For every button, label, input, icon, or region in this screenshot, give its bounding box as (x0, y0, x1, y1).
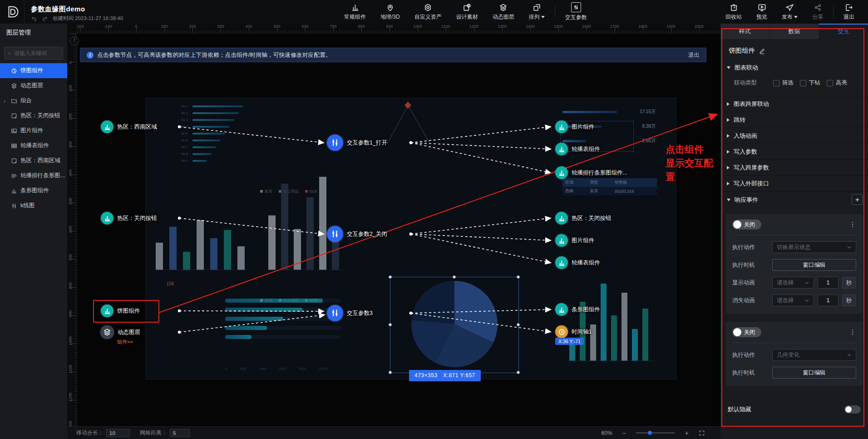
sidebar-item-轮播表组件[interactable]: 轮播表组件 (0, 138, 67, 153)
selection-box[interactable] (390, 277, 519, 373)
toolbar-item-map-pin[interactable]: 地理/3D (373, 0, 407, 24)
button-窗口编辑[interactable]: 窗口编辑 (772, 367, 856, 379)
selection-handle[interactable] (453, 275, 456, 279)
toolbar-item-design-asset[interactable]: 设计素材 (449, 0, 485, 24)
graph-node-p2[interactable]: 交互参数2_关闭 (327, 226, 387, 242)
button-窗口编辑[interactable]: 窗口编辑 (772, 259, 856, 271)
graph-node-dyn[interactable]: 动态图层 (100, 325, 140, 339)
bg-bar (197, 220, 204, 270)
toolbar-item-exit[interactable]: 退出 (836, 0, 862, 24)
toolbar-item-hexagon[interactable]: 自定义资产 (407, 0, 449, 24)
layer-search[interactable] (4, 47, 63, 60)
selection-handle[interactable] (517, 371, 520, 374)
card-menu-icon[interactable] (849, 329, 856, 336)
graph-node-hz-sw[interactable]: 热区：西南区域 (101, 120, 157, 133)
section-图表跨屏联动[interactable]: 图表跨屏联动 (720, 96, 868, 112)
graph-node-r3[interactable]: 轮播排行条形图组件... (555, 166, 627, 179)
graph-node-r1[interactable]: 图片组件 (555, 120, 594, 133)
graph-node-p1[interactable]: 交互参数1_打开 (327, 135, 387, 151)
bg-table-cell: 家具 (587, 187, 612, 195)
sidebar-item-图片组件[interactable]: 图片组件 (0, 123, 67, 138)
toolbar-item-bar-chart[interactable]: 常规组件 (337, 0, 373, 24)
checkbox-icon[interactable] (773, 80, 779, 86)
sidebar-item-k线图[interactable]: k线图 (0, 198, 67, 213)
graph-node-r5[interactable]: 图片组件 (555, 234, 594, 247)
editor-canvas[interactable]: -200-10001002003004005006007008009001000… (67, 24, 720, 439)
graph-node-r8[interactable]: 时间轴1 (555, 325, 592, 338)
chevron-icon (804, 280, 809, 285)
search-input[interactable] (14, 50, 59, 56)
toolbar-item-sliders[interactable]: 交互参数 (558, 0, 594, 24)
field-control: 请选择秒 (772, 294, 856, 306)
duration-input[interactable] (818, 277, 838, 289)
undo-icon[interactable] (31, 15, 37, 22)
tab-数据[interactable]: 数据 (770, 24, 819, 39)
card-menu-icon[interactable] (849, 221, 856, 228)
graph-node-r7[interactable]: 条形图组件 (555, 303, 600, 316)
zoom-slider-handle[interactable] (648, 431, 652, 435)
graph-node-r6[interactable]: 轮播表组件 (555, 256, 600, 269)
zoom-in-button[interactable]: + (685, 430, 689, 436)
fit-screen-icon[interactable] (699, 430, 705, 436)
section-写入参数[interactable]: 写入参数 (720, 144, 868, 160)
event-enable-toggle[interactable]: 关闭 (732, 220, 761, 229)
toolbar-item-layers[interactable]: 动态图层 (485, 0, 522, 24)
zoom-slider[interactable] (636, 432, 675, 434)
selection-handle[interactable] (517, 323, 520, 326)
section-chart-linkage[interactable]: 图表联动 (720, 60, 868, 75)
edit-name-icon[interactable] (759, 48, 765, 54)
grid-input[interactable] (170, 429, 190, 437)
sidebar-item-动态图层[interactable]: 动态图层 (0, 78, 67, 93)
toolbar-item-trash[interactable]: 回收站 (718, 0, 749, 24)
select-消失动画[interactable]: 请选择 (772, 294, 814, 306)
linkage-option-下钻[interactable]: 下钻 (800, 79, 820, 87)
event-enable-toggle[interactable]: 关闭 (732, 327, 761, 337)
duration-unit: 秒 (842, 277, 856, 289)
add-event-button[interactable] (852, 194, 863, 205)
tab-样式[interactable]: 样式 (720, 24, 770, 39)
selection-handle[interactable] (389, 323, 392, 326)
expander-icon[interactable]: › (4, 98, 5, 104)
duration-input[interactable] (818, 294, 838, 306)
select-执行动作[interactable]: 切换展示状态 (772, 241, 856, 253)
select-执行动作[interactable]: 几何变化 (772, 349, 856, 361)
section-入场动画[interactable]: 入场动画 (720, 128, 868, 144)
graph-node-p3[interactable]: 交互参数3 (327, 305, 373, 321)
toolbar-item-preview[interactable]: 预览 (749, 0, 774, 24)
zoom-out-button[interactable]: − (622, 430, 626, 436)
selection-handle[interactable] (517, 275, 520, 279)
field-消失动画: 消失动画请选择秒 (732, 294, 856, 306)
field-control: 几何变化 (772, 349, 856, 361)
graph-node-r2[interactable]: 轮播表组件 (555, 143, 600, 155)
sidebar-item-热区-西南区域[interactable]: 热区：西南区域 (0, 153, 67, 168)
step-input[interactable] (106, 429, 130, 437)
section-跳转[interactable]: 跳转 (720, 112, 868, 128)
sidebar-item-热区-关闭按钮[interactable]: 热区：关闭按钮 (0, 108, 67, 123)
toolbar-item-share[interactable]: 分享 (805, 0, 830, 24)
linkage-option-高亮[interactable]: 高亮 (827, 79, 847, 87)
default-hidden-toggle[interactable] (844, 405, 861, 414)
hint-exit-button[interactable]: 退出 (688, 51, 700, 59)
dynamic-layer-components-link[interactable]: 组件>> (117, 339, 133, 345)
tab-交互[interactable]: 交互 (819, 24, 868, 39)
section-写入外部接口[interactable]: 写入外部接口 (720, 176, 868, 192)
toolbar-item-arrange[interactable]: 排列 (522, 0, 552, 24)
section-response-events[interactable]: 响应事件 (720, 192, 868, 208)
sidebar-item-条形图组件[interactable]: 条形图组件 (0, 183, 67, 198)
graph-node-r4[interactable]: 热区：关闭按钮 (555, 212, 612, 224)
bar-chart-icon (351, 3, 360, 12)
checkbox-icon[interactable] (827, 80, 833, 86)
linkage-option-筛选[interactable]: 筛选 (773, 79, 794, 87)
sidebar-item-轮播排行条形图---[interactable]: 轮播排行条形图... (0, 168, 67, 183)
redo-icon[interactable] (42, 15, 48, 22)
sidebar-title: 图层管理 (0, 24, 67, 42)
select-显示动画[interactable]: 请选择 (772, 277, 814, 289)
graph-node-hz-close[interactable]: 热区：关闭按钮 (101, 212, 157, 224)
sidebar-item-饼图组件[interactable]: 饼图组件 (0, 63, 67, 78)
checkbox-icon[interactable] (800, 80, 806, 86)
toolbar-item-publish[interactable]: 发布 (774, 0, 805, 24)
section-写入跨屏参数[interactable]: 写入跨屏参数 (720, 160, 868, 176)
sidebar-item-组合[interactable]: ›组合 (0, 93, 67, 108)
selection-handle[interactable] (389, 371, 392, 374)
selection-handle[interactable] (389, 275, 392, 279)
